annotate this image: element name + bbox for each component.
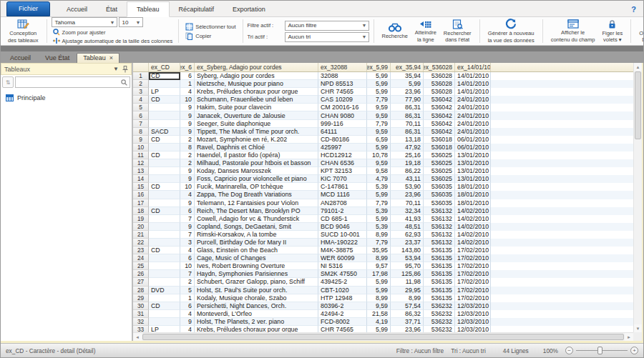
grid-cell[interactable] [149,223,180,231]
grid-cell[interactable]: 536035 [424,183,455,191]
grid-cell[interactable]: 42494-2 [318,310,367,318]
row-number[interactable]: 6 [133,111,149,119]
row-number[interactable]: 11 [133,151,149,159]
row-number[interactable]: 3 [133,88,149,96]
grid-cell[interactable]: 32,34 [391,207,424,215]
zoom-slider-track[interactable] [576,350,628,351]
grid-cell[interactable]: 14/02/2010 [455,223,491,231]
grid-cell[interactable]: Ravel, Daphnis et Chloé [195,144,318,151]
grid-cell[interactable]: 13,18 [391,136,424,144]
grid-cell[interactable]: DVD [149,287,180,294]
zoom-slider-thumb[interactable] [597,347,602,354]
grid-cell[interactable]: 37,71 [391,318,424,326]
column-header[interactable]: ex_6 [180,63,195,71]
select-all-button[interactable]: Sélectionner tout [183,22,238,31]
grid-cell[interactable]: 2 [180,151,195,159]
grid-cell[interactable]: 5,99 [367,326,391,332]
grid-cell[interactable]: 14/02/2010 [455,231,491,239]
grid-cell[interactable]: Syberg, Adagio pour cordes [195,72,318,80]
grid-cell[interactable]: 4 [180,310,195,318]
scroll-right-icon[interactable]: ► [625,333,633,341]
grid-cell[interactable]: Reich, The Desert Man, Brooklyn PO [195,207,318,215]
grid-cell[interactable] [149,278,180,286]
grid-cell[interactable]: 12/03/2010 [455,318,491,326]
vertical-scroll-thumb[interactable] [635,71,641,139]
grid-cell[interactable]: 536132 [424,215,455,223]
grid-cell[interactable]: 536018 [424,144,455,151]
grid-cell[interactable]: 86,32 [391,310,424,318]
grid-cell[interactable]: 2 [180,136,195,144]
grid-cell[interactable]: Monteverdi, L'Orfeo [195,310,318,318]
goto-line-button[interactable]: Atteindre la ligne [411,19,440,44]
regenerate-view-button[interactable]: Générer à nouveau la vue des données [484,18,538,44]
grid-cell[interactable]: 10 [180,183,195,191]
grid-cell[interactable]: 13/01/2010 [455,159,491,167]
grid-cell[interactable]: Kodaly, Musique chorale, Szabo [195,294,318,302]
zoom-to-fit-button[interactable]: Zoom pour ajuster [52,28,175,36]
grid-cell[interactable]: 70,11 [391,120,424,128]
row-number[interactable]: 13 [133,167,149,175]
column-header[interactable]: ex_32088 [318,63,367,71]
grid-cell[interactable]: 9,59 [367,111,391,119]
grid-cell[interactable]: Schumann, Frauenliebe und leben [195,96,318,104]
grid-cell[interactable]: WER 60099 [318,254,367,262]
grid-cell[interactable]: 536042 [424,128,455,136]
grid-cell[interactable] [149,270,180,278]
grid-cell[interactable]: 125,86 [391,270,424,278]
grid-cell[interactable]: 9 [180,104,195,111]
grid-cell[interactable]: 425997 [318,144,367,151]
grid-cell[interactable]: 64111 [318,128,367,136]
row-number[interactable]: 1 [133,72,149,80]
ribbon-tab-tableau[interactable]: Tableau [127,1,170,17]
open-in-dps-button[interactable]: Ouvrir la table dans Data Prep Studio [635,19,644,44]
grid-cell[interactable]: CD [149,302,180,310]
grid-cell[interactable]: 12/03/2010 [455,326,491,332]
grid-cell[interactable]: Persichetti, Night Dances, Orch. [195,302,318,310]
grid-cell[interactable]: CD-80186 [318,136,367,144]
grid-cell[interactable]: 4,79 [367,175,391,183]
grid-cell[interactable]: CD [149,247,180,254]
row-number[interactable]: 33 [133,326,149,332]
grid-cell[interactable]: 95,70 [391,262,424,270]
grid-cell[interactable]: Nietzsche, Musique pour piano [195,80,318,88]
grid-cell[interactable]: Holst, The Planets, 2 ver. piano [195,318,318,326]
row-number[interactable]: 14 [133,175,149,183]
active-filter-select[interactable]: Aucun filtre▼ [285,21,369,31]
grid-cell[interactable]: 536028 [424,88,455,96]
row-number[interactable]: 19 [133,215,149,223]
grid-cell[interactable]: CD [149,96,180,104]
grid-cell[interactable]: CD [149,151,180,159]
search-input[interactable] [18,79,121,86]
grid-cell[interactable]: 17/02/2010 [455,294,491,302]
grid-cell[interactable]: 86,22 [391,167,424,175]
grid-cell[interactable]: CD [149,207,180,215]
grid-cell[interactable]: 35,94 [391,72,424,80]
grid-cell[interactable]: 13/01/2010 [455,151,491,159]
grid-cell[interactable]: 18/01/2010 [455,183,491,191]
grid-cell[interactable]: NPD 85513 [318,80,367,88]
grid-cell[interactable]: 23,96 [391,88,424,96]
grid-cell[interactable]: 9 [180,199,195,207]
scroll-down-icon[interactable]: ▼ [634,324,642,332]
grid-cell[interactable]: 536025 [424,175,455,183]
font-size-select[interactable]: 10▼ [119,17,143,27]
grid-cell[interactable]: 8,99 [367,231,391,239]
grid-cell[interactable]: 9,59 [367,104,391,111]
grid-cell[interactable]: 7,79 [367,96,391,104]
grid-cell[interactable]: 536132 [424,207,455,215]
grid-cell[interactable]: Cage, Music of Changes [195,254,318,262]
grid-cell[interactable]: 53,94 [391,254,424,262]
grid-cell[interactable]: 9 [180,120,195,128]
grid-cell[interactable]: 23,37 [391,239,424,247]
grid-cell[interactable]: 43,11 [391,175,424,183]
grid-cell[interactable] [149,231,180,239]
grid-cell[interactable] [149,120,180,128]
grid-cell[interactable]: Foss, Capricio pour violoncelle et piano [195,175,318,183]
doc-tab-tableau[interactable]: Tableau× [77,53,119,63]
grid-cell[interactable]: 536018 [424,136,455,144]
grid-cell[interactable]: NI 5316 [318,262,367,270]
grid-cell[interactable]: CBT-1020 [318,287,367,294]
grid-cell[interactable]: 10 [180,262,195,270]
grid-cell[interactable]: 25,16 [391,151,424,159]
grid-cell[interactable]: 6 [180,72,195,80]
